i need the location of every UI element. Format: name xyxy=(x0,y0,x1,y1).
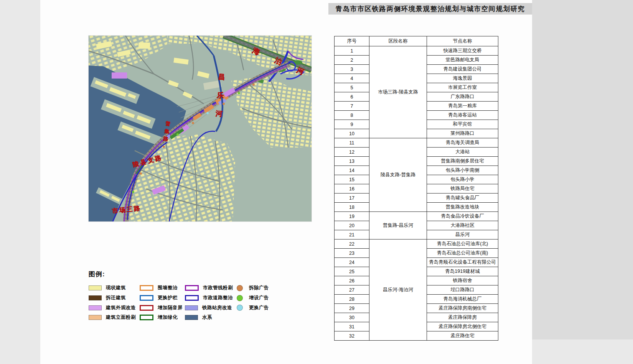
legend-grid: 现状建筑拆迁建筑建筑外观改造建筑立面粉刷围墙整治更换护栏增加隔音屏增加绿化市政管… xyxy=(89,283,303,323)
cell-node: 孟庄路保障房北侧住宅 xyxy=(427,322,498,331)
legend-swatch-fill xyxy=(89,315,102,320)
cell-node: 青岛港客运站 xyxy=(427,111,498,120)
map-label-char: 集 xyxy=(164,128,170,134)
app-background-corner xyxy=(532,339,633,364)
legend-swatch-outline xyxy=(140,315,153,320)
legend-label: 铁路站房改造 xyxy=(202,305,232,311)
cell-node: 莱州路路口 xyxy=(427,129,498,138)
column-header: 序号 xyxy=(335,36,369,46)
cell-serial: 23 xyxy=(335,249,369,258)
cell-serial: 32 xyxy=(335,331,369,341)
legend-label: 更换广告 xyxy=(249,305,269,311)
cell-serial: 15 xyxy=(335,175,369,184)
cell-node: 青岛建设集团公司 xyxy=(427,65,498,74)
cell-node: 堂邑路邮电支局 xyxy=(427,56,498,65)
legend-title: 图例: xyxy=(89,270,303,279)
legend-label: 现状建筑 xyxy=(106,285,126,291)
map-label-char: 场 xyxy=(119,207,126,213)
cell-serial: 9 xyxy=(335,120,369,129)
cell-node: 快速路三期立交桥 xyxy=(427,46,498,56)
legend-column: 围墙整治更换护栏增加隔音屏增加绿化 xyxy=(140,283,185,323)
table-header-row: 序号区段名称节点名称 xyxy=(335,36,498,46)
cell-node: 市展览工作室 xyxy=(427,83,498,92)
cell-node: 青岛海清机械总厂 xyxy=(427,295,498,304)
cell-serial: 24 xyxy=(335,258,369,267)
cell-serial: 13 xyxy=(335,157,369,166)
legend-label: 更换护栏 xyxy=(158,295,178,301)
cell-node: 普集路南侧多层住宅 xyxy=(427,157,498,166)
cell-node: 大港站 xyxy=(427,148,498,157)
cell-serial: 19 xyxy=(335,212,369,221)
table-row: 19普集路-昌乐河青岛食品冷饮设备厂 xyxy=(335,212,498,221)
cell-node: 孟庄路住宅 xyxy=(427,331,498,341)
legend-item: 拆除广告 xyxy=(235,283,285,293)
legend-swatch-fill xyxy=(89,285,102,290)
cell-node: 昌乐河 xyxy=(427,230,498,239)
legend-swatch-outline xyxy=(185,295,199,301)
legend-column: 现状建筑拆迁建筑建筑外观改造建筑立面粉刷 xyxy=(89,283,140,323)
legend-swatch-outline xyxy=(140,295,153,301)
node-table: 序号区段名称节点名称1市场三路-陵县支路快速路三期立交桥2堂邑路邮电支局3青岛建… xyxy=(334,36,498,341)
legend-label: 水系 xyxy=(202,314,212,321)
legend-label: 建筑立面粉刷 xyxy=(106,314,136,321)
legend-column: 拆除广告增设广告更换广告 xyxy=(235,283,285,313)
legend-item: 现状建筑 xyxy=(89,283,140,293)
cell-serial: 31 xyxy=(335,322,369,331)
cell-node: 铁路宿舍 xyxy=(427,276,498,285)
cell-serial: 18 xyxy=(335,203,369,212)
legend-item: 市政道路整治 xyxy=(185,293,235,303)
cell-section: 昌乐河-海泊河 xyxy=(369,239,427,341)
map-label-char: 乐 xyxy=(216,92,224,99)
legend-item: 增设广告 xyxy=(235,293,285,303)
cell-serial: 1 xyxy=(335,46,369,56)
cell-node: 包头路小学 xyxy=(427,175,498,184)
legend-item: 铁路站房改造 xyxy=(185,303,235,313)
legend-item: 建筑立面粉刷 xyxy=(89,313,140,323)
cell-node: 海逸景园 xyxy=(427,74,498,83)
legend-column: 市政管线粉刷市政道路整治铁路站房改造水系 xyxy=(185,283,235,323)
cell-node: 和平宾馆 xyxy=(427,120,498,129)
legend-label: 市政管线粉刷 xyxy=(203,285,233,291)
cell-serial: 20 xyxy=(335,221,369,230)
cell-serial: 25 xyxy=(335,267,369,276)
legend-label: 围墙整治 xyxy=(158,285,178,291)
cell-node: 包头路小学南侧 xyxy=(427,166,498,175)
cell-node: 青岛石油总公司油库(南) xyxy=(427,249,498,258)
legend-label: 拆除广告 xyxy=(249,285,269,291)
cell-serial: 6 xyxy=(335,92,369,102)
cell-serial: 17 xyxy=(335,193,369,203)
app-background-right xyxy=(532,0,633,364)
cell-section: 市场三路-陵县支路 xyxy=(369,46,427,138)
cell-node: 广东路路口 xyxy=(427,92,498,102)
page-title: 青岛市市区铁路两侧环境景观整治规划与城市空间规划研究 xyxy=(336,4,525,13)
cell-section: 陵县支路-普集路 xyxy=(369,138,427,212)
cell-section: 普集路-昌乐河 xyxy=(369,212,427,239)
cell-node: 铁路局住宅 xyxy=(427,184,498,193)
cell-serial: 11 xyxy=(335,138,369,148)
map-label-char: 路 xyxy=(163,136,169,142)
cell-serial: 29 xyxy=(335,304,369,313)
cell-serial: 4 xyxy=(335,74,369,83)
legend-item: 水系 xyxy=(185,313,235,323)
table-row: 22昌乐河-海泊河青岛石油总公司油库(北) xyxy=(335,239,498,249)
map-label-char: 昌 xyxy=(218,73,225,80)
cell-node: 青岛1919建材城 xyxy=(427,267,498,276)
cell-serial: 3 xyxy=(335,65,369,74)
cell-node: 大港路社区 xyxy=(427,221,498,230)
table-row: 11陵县支路-普集路青岛海关调查局 xyxy=(335,138,498,148)
legend-item: 更换护栏 xyxy=(140,293,185,303)
planning-map: 海泊河昌乐河普集路陵县支路市场三路 xyxy=(89,36,312,221)
cell-serial: 5 xyxy=(335,83,369,92)
legend-swatch-outline xyxy=(140,285,153,291)
legend-item: 建筑外观改造 xyxy=(89,303,140,313)
cell-serial: 14 xyxy=(335,166,369,175)
cell-serial: 16 xyxy=(335,184,369,193)
legend-swatch-circle xyxy=(237,305,243,311)
legend-swatch-outline xyxy=(185,285,199,291)
cell-node: 青岛青顺石化设备工程有限公司 xyxy=(427,258,498,267)
legend-swatch-fill xyxy=(185,315,198,320)
legend: 图例: 现状建筑拆迁建筑建筑外观改造建筑立面粉刷围墙整治更换护栏增加隔音屏增加绿… xyxy=(89,270,303,323)
legend-item: 更换广告 xyxy=(235,303,285,313)
map-label-char: 普 xyxy=(165,121,171,126)
map-label-char: 市 xyxy=(112,207,119,214)
